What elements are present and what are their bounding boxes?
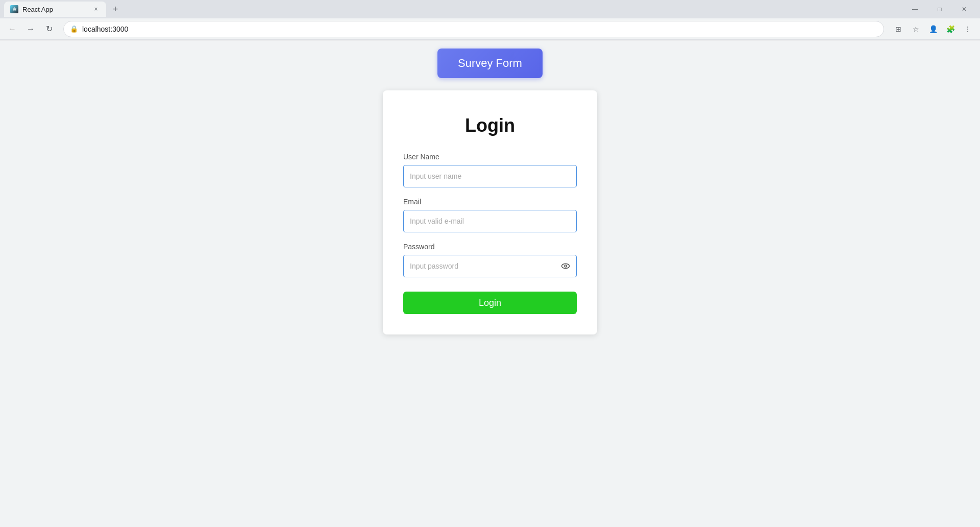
maximize-button[interactable]: □ — [928, 0, 951, 18]
back-button[interactable]: ← — [4, 21, 20, 37]
toolbar: ← → ↻ 🔒 localhost:3000 ⊞ ☆ 👤 🧩 ⋮ — [0, 18, 980, 40]
extensions-icon[interactable]: 🧩 — [942, 21, 959, 37]
new-tab-button[interactable]: + — [108, 2, 122, 16]
login-button[interactable]: Login — [403, 292, 577, 314]
email-input[interactable] — [403, 210, 577, 232]
email-label: Email — [403, 198, 577, 206]
username-label: User Name — [403, 153, 577, 161]
profile-icon[interactable]: 👤 — [925, 21, 941, 37]
url-text: localhost:3000 — [82, 25, 877, 33]
password-label: Password — [403, 243, 577, 251]
survey-form-button[interactable]: Survey Form — [437, 49, 543, 78]
tab-bar: ⚛ React App × + — □ ✕ — [0, 0, 980, 18]
svg-point-1 — [565, 265, 567, 267]
browser-chrome: ⚛ React App × + — □ ✕ ← → ↻ 🔒 localhost:… — [0, 0, 980, 40]
svg-point-0 — [562, 264, 570, 268]
close-window-button[interactable]: ✕ — [952, 0, 976, 18]
reload-button[interactable]: ↻ — [41, 21, 57, 37]
eye-svg — [560, 261, 571, 271]
minimize-button[interactable]: — — [903, 0, 927, 18]
login-card: Login User Name Email Password Login — [383, 90, 597, 334]
email-form-group: Email — [403, 198, 577, 232]
address-bar[interactable]: 🔒 localhost:3000 — [63, 21, 884, 37]
bookmark-star-icon[interactable]: ☆ — [908, 21, 924, 37]
translate-icon[interactable]: ⊞ — [890, 21, 906, 37]
login-title: Login — [403, 115, 577, 136]
page-content: Survey Form Login User Name Email Passwo… — [0, 40, 980, 527]
toggle-password-icon[interactable] — [560, 261, 571, 271]
window-controls: — □ ✕ — [903, 0, 976, 18]
lock-icon: 🔒 — [70, 25, 78, 33]
menu-icon[interactable]: ⋮ — [960, 21, 976, 37]
forward-button[interactable]: → — [22, 21, 39, 37]
tab-favicon: ⚛ — [10, 5, 18, 13]
password-wrapper — [403, 255, 577, 277]
password-input[interactable] — [403, 255, 577, 277]
password-form-group: Password — [403, 243, 577, 277]
tab-close-button[interactable]: × — [92, 5, 100, 13]
toolbar-icons: ⊞ ☆ 👤 🧩 ⋮ — [890, 21, 976, 37]
tab-title: React App — [22, 6, 88, 13]
username-input[interactable] — [403, 165, 577, 187]
username-form-group: User Name — [403, 153, 577, 187]
active-tab[interactable]: ⚛ React App × — [4, 2, 106, 17]
